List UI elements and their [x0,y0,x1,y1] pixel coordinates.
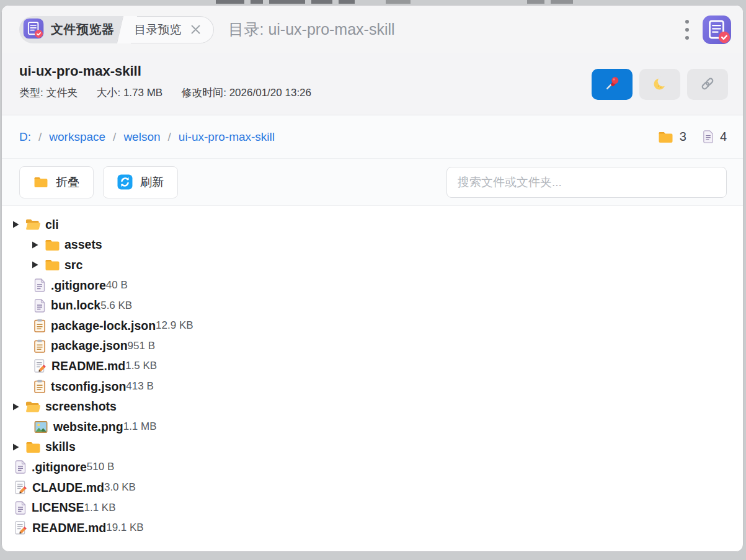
item-size: 951 B [128,340,155,352]
theme-toggle-button[interactable] [639,69,680,100]
folder-open-icon [25,218,41,231]
memo-icon [34,359,46,373]
item-name: assets [64,238,102,252]
tree-item-skills[interactable]: skills [2,437,743,458]
expand-arrow-icon[interactable] [12,402,20,411]
item-name: .gitignore [32,460,87,474]
clipboard-icon [34,380,45,393]
app-title: 文件预览器 [51,21,115,38]
item-size: 1.1 KB [84,502,116,514]
toolbar: 折叠 刷新 [2,159,743,206]
app-badge-icon[interactable] [702,15,732,45]
tree-item-readme-md[interactable]: README.md19.1 KB [2,518,743,538]
document-icon [34,299,45,313]
tab-directory-preview[interactable]: 目录预览 [125,16,214,43]
folder-open-icon [25,401,41,413]
tree-item--gitignore[interactable]: .gitignore40 B [2,275,743,296]
item-name: package.json [51,339,128,353]
collapse-button[interactable]: 折叠 [19,166,94,198]
item-name: tsconfig.json [51,380,126,394]
item-size: 40 B [106,279,128,291]
clipped-background-text [205,0,639,5]
pushpin-icon [604,75,621,94]
tree-item-assets[interactable]: assets [2,235,743,256]
expand-arrow-icon[interactable] [31,260,39,269]
header-bar: 文件预览器 目录预览 目录: ui-ux-pro-max-skill [2,6,743,53]
collapse-label: 折叠 [56,174,79,190]
tree-item-screenshots[interactable]: screenshots [2,396,743,417]
breadcrumb-separator: / [38,130,42,144]
breadcrumb-segment[interactable]: welson [123,130,160,144]
item-name: CLAUDE.md [32,481,104,495]
type-label: 类型: 文件夹 [19,86,78,100]
folder-closed-icon [45,239,60,251]
memo-icon [15,481,27,494]
item-size: 5.6 KB [100,300,132,312]
item-name: screenshots [45,399,117,414]
kebab-menu-icon[interactable] [682,16,693,44]
memo-icon [15,521,27,535]
refresh-label: 刷新 [140,174,164,190]
window-title: 目录: ui-ux-pro-max-skill [229,19,395,40]
size-label: 大小: 1.73 MB [96,86,162,100]
tree-item-package-lock-json[interactable]: package-lock.json12.9 KB [2,316,743,336]
item-name: LICENSE [32,500,84,515]
item-name: skills [45,440,76,454]
document-icon [34,278,45,292]
file-tree: cliassetssrc.gitignore40 Bbun.lock5.6 KB… [2,206,743,538]
item-name: README.md [32,521,106,535]
tree-item-readme-md[interactable]: README.md1.5 KB [2,356,743,376]
tree-item-bun-lock[interactable]: bun.lock5.6 KB [2,295,743,316]
breadcrumb-segment[interactable]: D: [19,130,31,144]
expand-arrow-icon[interactable] [12,220,20,229]
document-icon [15,501,26,515]
item-name: website.png [53,420,123,434]
tree-item-package-json[interactable]: package.json951 B [2,336,743,357]
folder-closed-icon [45,259,60,271]
file-count-icon [703,130,714,143]
item-size: 510 B [87,461,114,473]
search-input[interactable] [446,167,727,198]
file-count: 4 [703,130,727,144]
file-previewer-window: 文件预览器 目录预览 目录: ui-ux-pro-max-skill [1,5,744,552]
tree-item-license[interactable]: LICENSE1.1 KB [2,497,743,518]
breadcrumb-separator: / [113,130,116,144]
expand-arrow-icon[interactable] [31,241,39,249]
refresh-button[interactable]: 刷新 [103,166,178,198]
expand-arrow-icon[interactable] [12,443,20,451]
item-size: 12.9 KB [156,319,193,332]
breadcrumb-segment[interactable]: workspace [49,130,105,144]
modified-label: 修改时间: 2026/01/20 13:26 [181,86,311,100]
directory-name: ui-ux-pro-max-skill [19,63,311,79]
clipboard-icon [34,339,45,353]
file-info-section: ui-ux-pro-max-skill 类型: 文件夹 大小: 1.73 MB … [2,53,743,115]
link-icon [699,76,716,94]
tab-label: 目录预览 [135,22,182,38]
pin-button[interactable] [592,69,633,100]
item-size: 413 B [126,380,153,393]
item-size: 1.5 KB [125,360,157,372]
item-size: 3.0 KB [104,481,136,494]
item-name: cli [45,218,59,232]
item-name: bun.lock [51,298,100,313]
picture-icon [34,421,48,433]
tree-item--gitignore[interactable]: .gitignore510 B [2,457,743,478]
breadcrumb: D:/workspace/welson/ui-ux-pro-max-skill … [2,115,743,159]
refresh-icon [117,174,133,190]
moon-icon [652,76,668,94]
tree-item-claude-md[interactable]: CLAUDE.md3.0 KB [2,478,743,498]
tree-item-src[interactable]: src [2,255,743,275]
breadcrumb-segment[interactable]: ui-ux-pro-max-skill [179,130,275,144]
document-icon [15,460,26,474]
app-brand: 文件预览器 [19,16,133,43]
app-logo-icon [23,18,44,42]
tree-item-cli[interactable]: cli [2,215,743,235]
link-button[interactable] [687,69,728,100]
item-name: README.md [51,359,125,373]
folder-count: 3 [658,130,686,144]
folder-count-icon [658,131,673,143]
tree-item-tsconfig-json[interactable]: tsconfig.json413 B [2,376,743,397]
tree-item-website-png[interactable]: website.png1.1 MB [2,417,743,437]
item-size: 19.1 KB [106,522,144,534]
close-icon[interactable] [190,24,202,36]
